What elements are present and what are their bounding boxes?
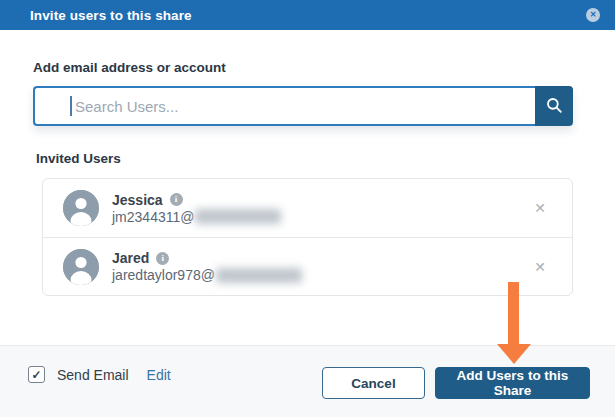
search-icon [545, 96, 563, 117]
send-email-label: Send Email [57, 367, 129, 383]
remove-user-icon[interactable]: ✕ [530, 197, 550, 219]
user-name: Jessica [112, 192, 163, 208]
invited-users-heading: Invited Users [36, 151, 121, 166]
invited-users-list: Jessica i jm2344311@ ✕ Jare [42, 178, 573, 296]
user-row-jared: Jared i jaredtaylor978@ ✕ [43, 237, 572, 295]
send-email-checkbox[interactable]: ✓ [28, 366, 45, 383]
user-text: Jessica i jm2344311@ [112, 192, 281, 225]
modal-header: Invite users to this share ✕ [0, 0, 615, 30]
redacted-email-domain [216, 268, 302, 283]
annotation-arrow-head [497, 344, 531, 364]
email-prefix: jaredtaylor978@ [112, 267, 215, 283]
user-avatar-icon [63, 190, 99, 226]
invite-users-modal: Invite users to this share ✕ Add email a… [0, 0, 615, 417]
close-icon[interactable]: ✕ [586, 8, 600, 22]
cancel-button[interactable]: Cancel [322, 367, 425, 399]
search-button[interactable] [535, 86, 573, 126]
close-glyph: ✕ [590, 11, 597, 19]
text-caret [70, 96, 72, 116]
info-icon[interactable]: i [156, 252, 169, 265]
annotation-arrow-shaft [508, 282, 519, 346]
user-row-jessica: Jessica i jm2344311@ ✕ [43, 179, 572, 237]
redacted-email-domain [195, 209, 281, 224]
user-avatar-icon [63, 249, 99, 285]
add-email-label: Add email address or account [33, 60, 226, 75]
info-icon[interactable]: i [170, 193, 183, 206]
user-text: Jared i jaredtaylor978@ [112, 250, 302, 283]
user-name: Jared [112, 250, 149, 266]
checkmark-icon: ✓ [31, 369, 41, 381]
user-email: jm2344311@ [112, 209, 281, 225]
modal-title: Invite users to this share [30, 8, 192, 23]
user-email: jaredtaylor978@ [112, 267, 302, 283]
edit-link[interactable]: Edit [147, 367, 171, 383]
footer-left: ✓ Send Email Edit [28, 366, 171, 383]
email-prefix: jm2344311@ [112, 209, 194, 225]
remove-user-icon[interactable]: ✕ [530, 256, 550, 278]
footer-right: Cancel Add Users to this Share [322, 367, 590, 399]
search-row [33, 86, 573, 126]
add-users-button[interactable]: Add Users to this Share [435, 367, 590, 399]
search-input[interactable] [33, 86, 535, 126]
